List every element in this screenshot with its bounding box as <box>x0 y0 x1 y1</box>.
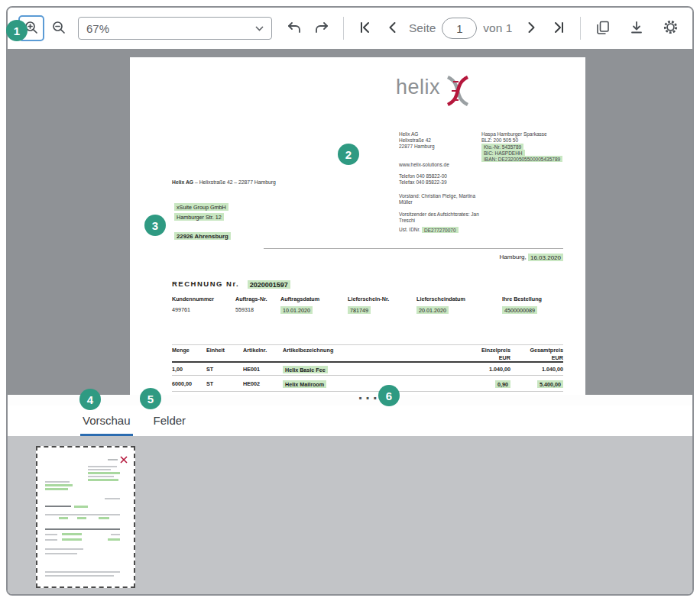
thumbnail-panel <box>8 436 692 594</box>
item-cell: ST <box>206 366 213 373</box>
toolbar: 67% <box>8 8 692 49</box>
tab-felder[interactable]: Felder <box>151 407 189 436</box>
currency-label: EUR <box>451 354 510 361</box>
document-viewer-window: 67% <box>6 6 694 596</box>
bank-bic-field: BIC: HASPDEHH <box>481 150 525 156</box>
sender-info-block: Helix AG Helixstraße 42 22877 Hamburg ww… <box>399 131 484 224</box>
first-page-button[interactable] <box>354 17 377 40</box>
item-cell: Helix Mailroom <box>283 380 326 387</box>
recipient-street: Hamburger Str. 12 <box>174 213 224 220</box>
company-city: 22877 Hamburg <box>399 144 484 150</box>
zoom-level-value: 67% <box>86 22 109 35</box>
item-cell: Helix Basic Fee <box>283 366 328 373</box>
invoice-page: helix Helix AG Helixstraße 42 22877 Hamb… <box>130 57 585 395</box>
place-date-line: Hamburg, 16.03.2020 <box>451 254 563 260</box>
item-cell: HE001 <box>243 366 260 373</box>
bank-blz: BLZ: 200 505 50 <box>481 137 573 144</box>
sender-address-line: Helix AG – Helixstraße 42 – 22877 Hambur… <box>172 179 276 185</box>
first-page-icon <box>358 21 372 37</box>
bank-account-field: Kto.-Nr. 5435789 <box>481 144 523 150</box>
copy-pages-icon <box>595 20 611 37</box>
item-cell: 6000,00 <box>172 380 192 387</box>
items-header: Einheit <box>206 347 225 354</box>
bottom-tab-bar: Vorschau Felder <box>8 406 692 436</box>
recipient-city: 22926 Ahrensburg <box>174 232 231 239</box>
page-total-label: von 1 <box>483 21 512 35</box>
vat-id-line: Ust. IDNr. DE277270070 <box>399 227 459 233</box>
download-icon <box>629 20 644 37</box>
chevron-left-icon <box>386 21 400 37</box>
ref-label: Auftragsdatum <box>280 296 319 302</box>
panel-resize-handle[interactable]: ···· <box>8 395 692 406</box>
redo-icon <box>314 20 329 37</box>
ref-value: 781749 <box>348 306 371 313</box>
zoom-level-select[interactable]: 67% <box>78 17 272 40</box>
toolbar-divider-2 <box>580 17 581 40</box>
ref-value: 499761 <box>172 306 190 313</box>
page-thumbnail[interactable] <box>36 446 135 588</box>
bank-info-block: Haspa Hamburger Sparkasse BLZ: 200 505 5… <box>481 131 573 162</box>
toolbar-divider <box>343 17 344 40</box>
tab-vorschau[interactable]: Vorschau <box>80 407 133 436</box>
document-viewport: helix Helix AG Helixstraße 42 22877 Hamb… <box>8 49 692 395</box>
items-header: Einzelpreis <box>451 347 510 354</box>
page-label: Seite <box>409 21 436 35</box>
toolbar-right-group <box>591 17 682 40</box>
invoice-title-line: RECHNUNG Nr. 2020001597 <box>172 276 290 289</box>
ref-value: 559318 <box>235 306 254 313</box>
ref-label: Lieferscheindatum <box>416 296 465 302</box>
zoom-out-button[interactable] <box>47 17 70 40</box>
bank-name: Haspa Hamburger Sparkasse <box>481 131 573 137</box>
download-button[interactable] <box>625 17 648 40</box>
last-page-button[interactable] <box>547 17 570 40</box>
annotation-6: 6 <box>378 385 400 406</box>
gear-icon <box>663 19 679 37</box>
recipient-name: xSuite Group GmbH <box>174 203 228 210</box>
items-header: Artikelbezeichnung <box>283 347 333 354</box>
annotation-3: 3 <box>144 215 166 236</box>
annotation-5: 5 <box>140 388 161 409</box>
vat-value-field: DE277270070 <box>422 227 459 233</box>
duplicate-page-button[interactable] <box>591 17 614 40</box>
table-row-line <box>172 375 563 376</box>
ref-value: 4500000089 <box>502 306 537 313</box>
table-header-line <box>172 361 563 363</box>
table-top-line <box>172 344 563 345</box>
helix-logo: helix <box>396 76 472 109</box>
annotation-1: 1 <box>6 20 28 41</box>
company-fax: Telefax 040 85822-39 <box>399 179 484 186</box>
ref-label: Auftrags-Nr. <box>235 296 267 302</box>
ref-value: 20.01.2020 <box>416 306 449 313</box>
items-header: Menge <box>172 347 190 354</box>
settings-button[interactable] <box>659 17 682 40</box>
thumbnail-content <box>37 448 134 586</box>
ref-label: Kundennummer <box>172 296 214 302</box>
company-street: Helixstraße 42 <box>399 137 484 144</box>
company-website: www.helix-solutions.de <box>399 162 484 168</box>
annotation-2: 2 <box>338 144 359 165</box>
item-cell: 1.040,00 <box>451 366 510 373</box>
items-header: Gesamtpreis <box>504 347 563 354</box>
last-page-icon <box>552 21 566 37</box>
annotation-4: 4 <box>79 389 101 410</box>
item-cell: 1,00 <box>172 366 183 373</box>
ref-value: 10.01.2020 <box>280 306 313 313</box>
invoice-date-field: 16.03.2020 <box>528 254 563 261</box>
item-cell: 0,90 <box>451 380 510 387</box>
chevron-right-icon <box>524 21 538 37</box>
next-page-button[interactable] <box>520 17 543 40</box>
zoom-out-icon <box>51 20 66 37</box>
invoice-number-field: 2020001597 <box>248 280 290 289</box>
chevron-down-icon <box>255 26 264 31</box>
undo-icon <box>287 20 302 37</box>
vat-label: Ust. IDNr. <box>399 227 420 232</box>
item-cell: 5.400,00 <box>504 380 563 387</box>
undo-button[interactable] <box>283 17 306 40</box>
item-cell: 1.040,00 <box>504 366 563 373</box>
page-number-input[interactable] <box>442 18 477 39</box>
ref-label: Lieferschein-Nr. <box>348 296 389 302</box>
helix-dna-icon <box>444 76 472 109</box>
ref-label: Ihre Bestellung <box>502 296 542 302</box>
previous-page-button[interactable] <box>381 17 404 40</box>
redo-button[interactable] <box>310 17 333 40</box>
